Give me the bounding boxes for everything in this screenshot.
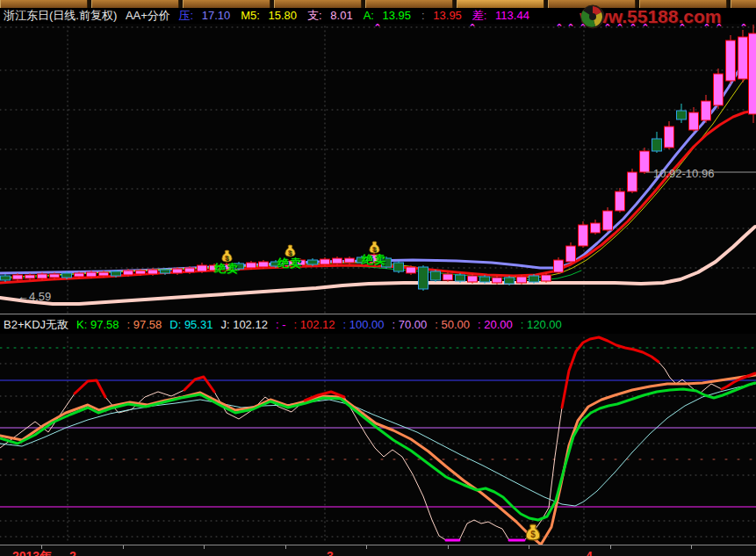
- axis-tick: [448, 545, 449, 549]
- axis-tick: [610, 545, 611, 549]
- candle-body: [652, 139, 662, 151]
- toolbar-button[interactable]: [183, 0, 270, 8]
- sell-signal-label: $绝卖: [214, 261, 239, 277]
- candle-body: [87, 272, 97, 277]
- money-bag-icon: $: [284, 244, 296, 257]
- indicator-indicator-name: B2+KDJ无敌: [4, 318, 68, 331]
- candle-body: [738, 37, 748, 79]
- toolbar-button[interactable]: [365, 0, 453, 8]
- money-bag-icon: $: [221, 249, 233, 263]
- candle-body: [394, 263, 404, 271]
- indicator-dash-value: : -: [276, 318, 286, 331]
- candle-body: [185, 268, 195, 272]
- kdj-indicator-chart[interactable]: [0, 334, 756, 545]
- watermark-logo-icon: [580, 4, 606, 29]
- candle-body: [112, 271, 121, 276]
- candle-body: [529, 276, 539, 282]
- indicator-header: B2+KDJ无敌K: 97.58: 97.58D: 95.31J: 102.12…: [0, 316, 756, 334]
- candle-body: [443, 274, 453, 280]
- title-field-pressure: 压: 17.10: [178, 9, 235, 22]
- kdj-red-segment: [75, 380, 105, 397]
- title-field-diff: 差: 113.44: [472, 9, 535, 22]
- candle-body: [505, 278, 515, 284]
- axis-month-label: 2: [69, 549, 76, 556]
- toolbar-button[interactable]: [457, 0, 544, 8]
- candle-body: [554, 260, 564, 272]
- signal-x-mark: ×: [470, 24, 475, 29]
- candle-body: [517, 277, 527, 283]
- indicator-level-120: : 120.00: [521, 318, 562, 331]
- title-field-m5: M5: 15.80: [241, 9, 302, 22]
- candle-body: [50, 274, 60, 278]
- candle-body: [726, 40, 736, 81]
- indicator-j-value: J: 102.12: [220, 318, 268, 331]
- candle-body: [702, 101, 711, 120]
- candle-body: [431, 271, 441, 280]
- candle-body: [99, 272, 109, 276]
- kdj-line-K2: [0, 375, 755, 545]
- title-field-a-value: A: 13.95: [364, 9, 416, 22]
- candle-body: [542, 275, 551, 281]
- candle-body: [603, 211, 613, 230]
- candle-body: [62, 273, 72, 278]
- money-bag-icon: $: [369, 241, 380, 254]
- candle-body: [480, 277, 490, 282]
- candle-body: [25, 275, 35, 278]
- indicator-level-70: : 70.00: [392, 318, 427, 331]
- indicator-level-20: : 20.00: [478, 318, 513, 331]
- toolbar-button[interactable]: [731, 0, 756, 8]
- axis-tick: [529, 545, 529, 549]
- panel-divider[interactable]: [0, 314, 756, 314]
- axis-year-label: 2013年: [12, 549, 52, 556]
- left-price-label: ←4.59: [18, 290, 51, 303]
- indicator-k-value: K: 97.58: [76, 318, 119, 331]
- signal-x-mark: ×: [557, 24, 562, 29]
- indicator-level-100: : 100.00: [342, 318, 384, 331]
- candle-body: [124, 271, 133, 275]
- candle-body: [259, 262, 269, 267]
- svg-text:$: $: [225, 254, 229, 262]
- candle-body: [714, 74, 724, 105]
- candlestick-chart[interactable]: ××××××××××××××: [0, 24, 756, 314]
- indicator-mode-label: AA+分价: [126, 9, 170, 22]
- signal-x-mark: ×: [741, 24, 746, 29]
- candle-body: [320, 259, 330, 264]
- candle-body: [308, 260, 318, 264]
- candle-body: [628, 172, 637, 191]
- toolbar-button[interactable]: [91, 0, 179, 8]
- time-axis[interactable]: 2013年234: [0, 545, 756, 556]
- candle-body: [75, 273, 84, 277]
- axis-tick: [691, 545, 692, 549]
- candle-body: [1, 276, 11, 280]
- candle-body: [333, 258, 342, 264]
- stock-title: 浙江东日(日线.前复权): [4, 9, 117, 22]
- axis-tick: [204, 545, 205, 549]
- axis-tick: [123, 545, 124, 549]
- axis-tick: [285, 545, 286, 549]
- indicator-level-50: : 50.00: [435, 318, 470, 331]
- kdj-line-K: [0, 383, 755, 520]
- candle-body: [419, 267, 428, 289]
- sell-signal-text: 绝卖: [362, 253, 386, 266]
- candle-body: [161, 270, 170, 273]
- candle-body: [407, 267, 416, 273]
- candle-body: [677, 111, 687, 119]
- toolbar-button[interactable]: [274, 0, 362, 8]
- axis-month-label: 3: [327, 549, 334, 556]
- title-field-red-value: : 13.95: [421, 9, 467, 22]
- sell-signal-text: 绝卖: [277, 256, 302, 270]
- signal-x-mark: ×: [568, 24, 573, 29]
- svg-text:$: $: [530, 530, 536, 539]
- candle-body: [591, 223, 601, 233]
- title-values: 压: 17.10M5: 15.80支: 8.01A: 13.95: 13.95差…: [178, 9, 539, 22]
- toolbar-button[interactable]: [0, 0, 88, 8]
- svg-text:$: $: [288, 249, 292, 256]
- sell-signal-label: $绝卖: [277, 256, 302, 271]
- watermark: www.55188.com: [580, 4, 721, 29]
- svg-text:$: $: [372, 245, 377, 253]
- range-price-label: 10.92-10.96: [653, 167, 714, 180]
- candle-body: [148, 270, 158, 274]
- indicator-k2-value: : 97.58: [127, 318, 162, 331]
- signal-x-mark: ×: [375, 24, 380, 29]
- candle-body: [136, 271, 146, 274]
